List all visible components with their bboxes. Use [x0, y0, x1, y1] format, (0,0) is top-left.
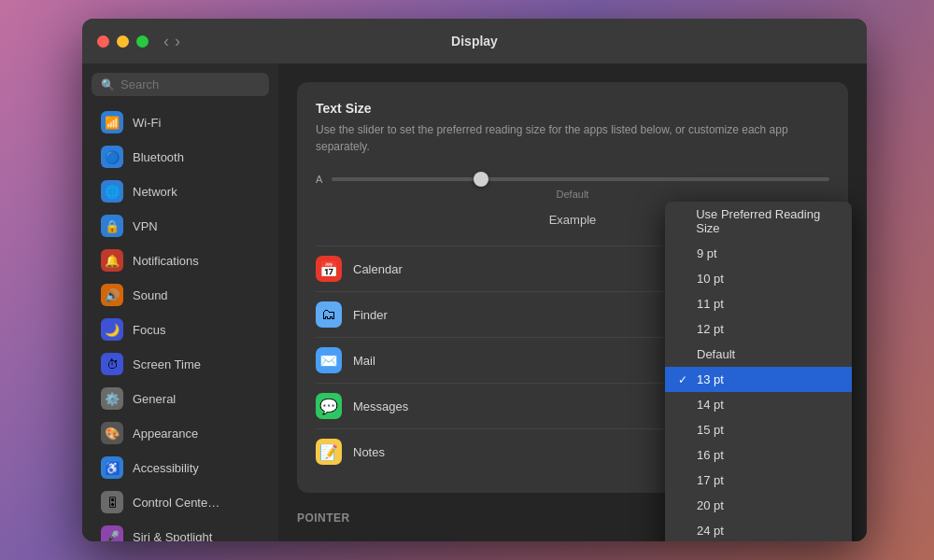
- dropdown-item-12[interactable]: 24 pt: [665, 518, 852, 541]
- dropdown-label-9: 16 pt: [697, 448, 724, 462]
- app-name-finder: Finder: [353, 308, 705, 322]
- dropdown-label-2: 10 pt: [697, 272, 724, 286]
- sidebar-icon-siri: 🎤: [101, 525, 123, 541]
- sidebar-item-notifications[interactable]: 🔔 Notifications: [88, 244, 273, 277]
- sidebar-label-wifi: Wi-Fi: [133, 116, 161, 130]
- sidebar-icon-network: 🌐: [101, 180, 123, 203]
- sidebar-item-screen-time[interactable]: ⏱ Screen Time: [88, 347, 273, 381]
- sidebar-icon-appearance: 🎨: [101, 422, 123, 444]
- sidebar-label-notifications: Notifications: [133, 254, 199, 268]
- sidebar-item-network[interactable]: 🌐 Network: [88, 175, 273, 208]
- dropdown-label-10: 17 pt: [697, 473, 724, 487]
- dropdown-label-7: 14 pt: [697, 398, 724, 412]
- sidebar-label-control-center: Control Cente…: [133, 496, 219, 510]
- sidebar-icon-screen-time: ⏱: [101, 353, 123, 375]
- forward-button[interactable]: ›: [175, 32, 180, 51]
- app-icon-messages: 💬: [316, 393, 342, 419]
- sidebar-label-appearance: Appearance: [133, 427, 198, 441]
- app-icon-notes: 📝: [316, 439, 342, 465]
- sidebar-icon-notifications: 🔔: [101, 249, 123, 272]
- sidebar-label-focus: Focus: [133, 323, 165, 337]
- back-button[interactable]: ‹: [163, 32, 169, 51]
- dropdown-label-3: 11 pt: [697, 297, 724, 311]
- sidebar-item-general[interactable]: ⚙️ General: [88, 382, 273, 415]
- search-icon: 🔍: [101, 78, 115, 91]
- sidebar-item-bluetooth[interactable]: 🔵 Bluetooth: [88, 140, 273, 174]
- sidebar-label-siri: Siri & Spotlight: [133, 530, 212, 542]
- app-icon-mail: ✉️: [316, 347, 342, 373]
- dropdown-item-11[interactable]: 20 pt: [665, 493, 852, 518]
- sidebar-items-container: 📶 Wi-Fi 🔵 Bluetooth 🌐 Network 🔒 VPN 🔔 No…: [82, 105, 278, 541]
- sidebar-icon-sound: 🔊: [101, 284, 123, 306]
- sidebar-item-sound[interactable]: 🔊 Sound: [88, 278, 273, 312]
- window-title: Display: [451, 34, 498, 49]
- sidebar-icon-bluetooth: 🔵: [101, 146, 123, 168]
- app-name-notes: Notes: [353, 445, 705, 459]
- sidebar-icon-accessibility: ♿: [101, 456, 123, 479]
- dropdown-item-3[interactable]: 11 pt: [665, 291, 852, 316]
- search-bar[interactable]: 🔍: [92, 73, 269, 96]
- text-size-title: Text Size: [316, 101, 829, 116]
- dropdown-label-1: 9 pt: [697, 246, 717, 260]
- text-size-description: Use the slider to set the preferred read…: [316, 121, 829, 155]
- dropdown-item-8[interactable]: 15 pt: [665, 417, 852, 442]
- sidebar-item-accessibility[interactable]: ♿ Accessibility: [88, 451, 273, 484]
- slider-a-label: A: [316, 174, 322, 185]
- traffic-lights: [97, 35, 149, 48]
- app-icon-calendar: 📅: [316, 256, 342, 282]
- main-panel: Text Size Use the slider to set the pref…: [278, 63, 867, 541]
- sidebar-label-general: General: [133, 392, 176, 406]
- slider-default-label: Default: [316, 189, 829, 200]
- sidebar-label-accessibility: Accessibility: [133, 461, 199, 475]
- font-size-dropdown[interactable]: Use Preferred Reading Size 9 pt 10 pt 11…: [665, 202, 852, 541]
- sidebar-item-siri[interactable]: 🎤 Siri & Spotlight: [88, 520, 273, 541]
- slider-track[interactable]: [332, 177, 829, 181]
- dropdown-item-6[interactable]: ✓ 13 pt: [665, 367, 852, 392]
- dropdown-item-9[interactable]: 16 pt: [665, 442, 852, 468]
- slider-thumb[interactable]: [474, 172, 488, 187]
- dropdown-item-7[interactable]: 14 pt: [665, 392, 852, 417]
- app-name-messages: Messages: [353, 399, 705, 413]
- system-preferences-window: ‹ › Display 🔍 📶 Wi-Fi 🔵 Bluetooth 🌐 Netw…: [82, 19, 867, 541]
- sidebar-label-bluetooth: Bluetooth: [133, 150, 184, 164]
- slider-row: A: [316, 174, 829, 185]
- search-input[interactable]: [120, 77, 260, 91]
- close-button[interactable]: [97, 35, 109, 48]
- dropdown-item-4[interactable]: 12 pt: [665, 316, 852, 342]
- app-icon-finder: 🗂: [316, 301, 342, 328]
- sidebar-item-control-center[interactable]: 🎛 Control Cente…: [88, 485, 273, 519]
- sidebar-item-focus[interactable]: 🌙 Focus: [88, 313, 273, 346]
- sidebar-item-appearance[interactable]: 🎨 Appearance: [88, 416, 273, 450]
- sidebar-label-vpn: VPN: [133, 219, 158, 233]
- dropdown-label-5: Default: [697, 347, 735, 361]
- content-area: 🔍 📶 Wi-Fi 🔵 Bluetooth 🌐 Network 🔒 VPN 🔔 …: [82, 63, 867, 541]
- minimize-button[interactable]: [117, 35, 129, 48]
- sidebar-icon-focus: 🌙: [101, 318, 123, 341]
- dropdown-item-2[interactable]: 10 pt: [665, 266, 852, 291]
- app-name-mail: Mail: [353, 354, 705, 368]
- sidebar-icon-wifi: 📶: [101, 111, 123, 133]
- sidebar-icon-vpn: 🔒: [101, 215, 123, 237]
- check-icon-6: ✓: [678, 373, 691, 386]
- sidebar-icon-control-center: 🎛: [101, 491, 123, 513]
- dropdown-label-12: 24 pt: [697, 524, 724, 538]
- dropdown-item-10[interactable]: 17 pt: [665, 468, 852, 493]
- sidebar-label-network: Network: [133, 185, 177, 199]
- dropdown-item-1[interactable]: 9 pt: [665, 241, 852, 266]
- dropdown-label-6: 13 pt: [697, 372, 724, 386]
- titlebar: ‹ › Display: [82, 19, 867, 63]
- dropdown-label-11: 20 pt: [697, 498, 724, 512]
- sidebar-label-screen-time: Screen Time: [133, 357, 201, 371]
- sidebar-item-vpn[interactable]: 🔒 VPN: [88, 209, 273, 243]
- dropdown-label-0: Use Preferred Reading Size: [696, 207, 839, 235]
- sidebar-icon-general: ⚙️: [101, 387, 123, 410]
- dropdown-item-0[interactable]: Use Preferred Reading Size: [665, 202, 852, 241]
- dropdown-item-5[interactable]: Default: [665, 342, 852, 367]
- sidebar-label-sound: Sound: [133, 288, 168, 302]
- nav-buttons: ‹ ›: [163, 32, 180, 51]
- dropdown-label-4: 12 pt: [697, 322, 724, 336]
- maximize-button[interactable]: [136, 35, 149, 48]
- sidebar-item-wifi[interactable]: 📶 Wi-Fi: [88, 105, 273, 139]
- sidebar: 🔍 📶 Wi-Fi 🔵 Bluetooth 🌐 Network 🔒 VPN 🔔 …: [82, 63, 278, 541]
- dropdown-items-container: Use Preferred Reading Size 9 pt 10 pt 11…: [665, 202, 852, 541]
